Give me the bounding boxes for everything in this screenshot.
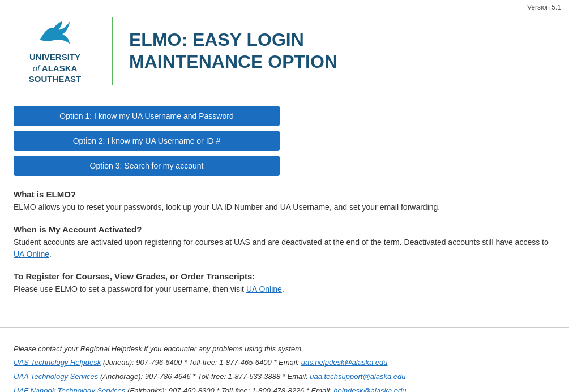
uaa-helpdesk-email[interactable]: uaa.techsupport@alaska.edu <box>310 372 405 381</box>
title-area: ELMO: EASY LOGIN MAINTENANCE OPTION <box>113 29 337 72</box>
uas-helpdesk-link[interactable]: UAS Technology Helpdesk <box>14 358 101 367</box>
register-courses-body: Please use ELMO to set a password for yo… <box>14 283 551 295</box>
uaf-helpdesk-email[interactable]: helpdesk@alaska.edu <box>333 386 406 392</box>
uaf-helpdesk-link[interactable]: UAF Nanook Technology Services <box>14 386 125 392</box>
what-is-elmo-body: ELMO allows you to reset your passwords,… <box>14 201 551 213</box>
uaa-helpdesk-line: UAA Technology Services (Anchorage): 907… <box>14 371 541 383</box>
option2-button[interactable]: Option 2: I know my UA Username or ID # <box>14 131 280 151</box>
uas-helpdesk-line: UAS Technology Helpdesk (Juneau): 907-79… <box>14 357 541 369</box>
register-courses-heading: To Register for Courses, View Grades, or… <box>14 272 551 281</box>
header: UNIVERSITY of ALASKA SOUTHEAST ELMO: EAS… <box>0 11 569 94</box>
uaa-helpdesk-link[interactable]: UAA Technology Services <box>14 372 98 381</box>
main-content: Option 1: I know my UA Username and Pass… <box>0 94 569 318</box>
logo-area: UNIVERSITY of ALASKA SOUTHEAST <box>11 17 113 85</box>
ua-online-link-2[interactable]: UA Online <box>246 285 282 294</box>
footer-intro: Please contact your Regional Helpdesk if… <box>14 343 541 355</box>
uaf-helpdesk-line: UAF Nanook Technology Services (Fairbank… <box>14 385 541 392</box>
option1-button[interactable]: Option 1: I know my UA Username and Pass… <box>14 106 280 126</box>
what-is-elmo-heading: What is ELMO? <box>14 189 551 199</box>
option3-button[interactable]: Option 3: Search for my account <box>14 156 280 176</box>
what-is-elmo-section: What is ELMO? ELMO allows you to reset y… <box>14 189 551 213</box>
version-label: Version 5.1 <box>0 0 569 11</box>
footer: Please contact your Regional Helpdesk if… <box>0 337 555 393</box>
whale-icon <box>32 17 78 48</box>
ua-online-link-1[interactable]: UA Online <box>14 249 49 259</box>
buttons-section: Option 1: I know my UA Username and Pass… <box>14 106 555 176</box>
app-title: ELMO: EASY LOGIN MAINTENANCE OPTION <box>129 29 337 72</box>
university-name: UNIVERSITY of ALASKA SOUTHEAST <box>29 51 82 85</box>
account-activated-heading: When is My Account Activated? <box>14 225 551 234</box>
account-activated-body: Student accounts are activated upon regi… <box>14 236 551 260</box>
register-courses-section: To Register for Courses, View Grades, or… <box>14 272 551 295</box>
elmo-label: ELMO: <box>129 29 187 50</box>
footer-divider <box>0 327 569 328</box>
account-activated-section: When is My Account Activated? Student ac… <box>14 225 551 260</box>
uas-helpdesk-email[interactable]: uas.helpdesk@alaska.edu <box>301 358 388 367</box>
